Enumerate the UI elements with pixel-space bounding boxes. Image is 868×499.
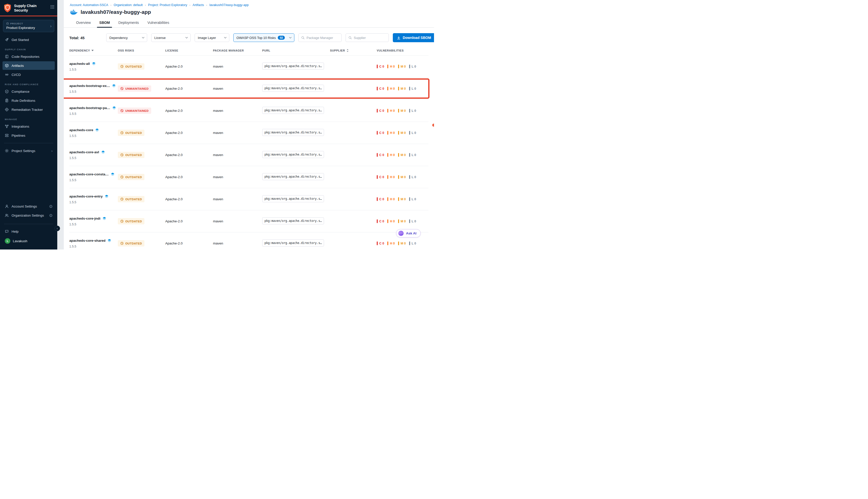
sidebar-item-cicd[interactable]: CI/CD: [2, 70, 55, 79]
table-row[interactable]: apacheds-core-avl 1.5.5 OUTDATED Apache-…: [69, 144, 429, 166]
purl-value[interactable]: pkg:maven/org.apache.directory.s…: [262, 217, 324, 224]
layers-icon: [101, 150, 105, 154]
vulnerability-segment-l: L 0: [409, 153, 416, 157]
table-row[interactable]: apacheds-core-entry 1.5.5 OUTDATED Apach…: [69, 188, 429, 210]
project-selector[interactable]: PROJECT Product Exploratory ›: [3, 20, 54, 32]
vulnerability-segment-c: C 0: [377, 87, 384, 90]
sidebar-item-pipelines[interactable]: Pipelines: [2, 131, 55, 140]
vulnerability-segment-c: C 0: [377, 64, 384, 68]
image-layer-filter-select[interactable]: Image Layer: [195, 34, 229, 42]
vulnerability-segment-l: L 0: [409, 175, 416, 179]
dependency-version: 1.5.5: [69, 200, 114, 204]
download-sbom-button[interactable]: Download SBOM: [393, 33, 434, 42]
info-icon: [49, 214, 52, 217]
vulnerability-segment-c: C 0: [377, 131, 384, 135]
tab-sbom[interactable]: SBOM: [95, 19, 114, 27]
oss-risk-badge: OUTDATED: [118, 130, 145, 136]
table-row[interactable]: apacheds-bootstrap-ex… 1.5.5 UNMAINTAINE…: [69, 77, 429, 99]
sidebar-section-manage: MANAGE: [5, 118, 52, 121]
table-row[interactable]: apacheds-all 1.5.5 OUTDATED Apache-2.0 m…: [69, 55, 429, 77]
vulnerability-segment-c: C 0: [377, 242, 384, 245]
sidebar-item-project-settings[interactable]: Project Settings ›: [2, 146, 55, 155]
vulnerability-segment-h: H 0: [387, 87, 395, 90]
breadcrumb-separator: ›: [189, 3, 190, 7]
column-header-license: LICENSE: [165, 49, 213, 52]
table-row[interactable]: apacheds-bootstrap-pa… 1.5.5 UNMAINTAINE…: [69, 99, 429, 122]
vulnerability-segment-l: L 0: [409, 197, 416, 201]
breadcrumb-current[interactable]: lavakush07/easy-buggy-app: [210, 3, 249, 7]
sidebar-item-account-settings[interactable]: Account Settings: [2, 202, 55, 210]
breadcrumb-artifacts[interactable]: Artifacts: [193, 3, 204, 7]
nav-gutter: [57, 0, 64, 250]
tab-overview[interactable]: Overview: [72, 19, 95, 27]
tab-vulnerabilities[interactable]: Vulnerabilities: [143, 19, 174, 27]
purl-value[interactable]: pkg:maven/org.apache.directory.s…: [262, 240, 324, 246]
layers-icon: [108, 239, 111, 242]
dependency-version: 1.5.5: [69, 134, 114, 138]
package-manager-value: maven: [213, 197, 262, 201]
dependency-filter-select[interactable]: Dependency: [106, 34, 147, 42]
table-row[interactable]: apacheds-core-jndi 1.5.5 OUTDATED Apache…: [69, 210, 429, 232]
package-manager-value: maven: [213, 153, 262, 157]
column-header-supplier[interactable]: SUPPLIER: [330, 49, 377, 52]
infinity-icon: [5, 73, 9, 77]
column-header-dependency[interactable]: DEPENDENCY: [69, 49, 118, 52]
purl-value[interactable]: pkg:maven/org.apache.directory.s…: [262, 173, 324, 180]
oss-risk-badge: UNMAINTAINED: [118, 108, 151, 114]
license-value: Apache-2.0: [165, 175, 213, 179]
dependency-name: apacheds-core-shared: [69, 239, 106, 242]
clock-icon: [120, 242, 124, 245]
license-value: Apache-2.0: [165, 153, 213, 157]
purl-value[interactable]: pkg:maven/org.apache.directory.s…: [262, 107, 324, 114]
module-grid-icon[interactable]: [50, 5, 54, 9]
sidebar-item-get-started[interactable]: Get Started: [2, 35, 55, 44]
sidebar-item-rule-definitions[interactable]: Rule Definitions: [2, 96, 55, 105]
package-manager-value: maven: [213, 131, 262, 135]
vulnerability-segment-m: M 0: [398, 219, 406, 223]
tab-deployments[interactable]: Deployments: [114, 19, 143, 27]
vulnerability-segment-h: H 0: [387, 153, 395, 157]
ask-ai-button[interactable]: Ask AI: [396, 229, 421, 238]
dependency-name: apacheds-core: [69, 128, 93, 132]
table-row[interactable]: apacheds-core 1.5.5 OUTDATED Apache-2.0 …: [69, 122, 429, 144]
user-menu[interactable]: L Lavakush: [2, 236, 55, 246]
owasp-risks-filter-select[interactable]: OWASP OSS Top 10 Risks 02: [233, 34, 294, 42]
sidebar-item-code-repositories[interactable]: Code Repositories: [2, 52, 55, 61]
breadcrumb-account[interactable]: Account: Automation-SSCA: [70, 3, 108, 7]
project-icon: [6, 22, 9, 25]
layers-icon: [112, 84, 116, 88]
sidebar-item-remediation-tracker[interactable]: Remediation Tracker: [2, 105, 55, 114]
breadcrumb-project[interactable]: Project: Product Exploratory: [148, 3, 187, 7]
sidebar-collapse-button[interactable]: ‹: [54, 226, 60, 231]
purl-value[interactable]: pkg:maven/org.apache.directory.s…: [262, 151, 324, 158]
page-header: Account: Automation-SSCA› Organization: …: [64, 0, 434, 28]
app-title: Supply Chain Security: [14, 3, 38, 13]
package-manager-input[interactable]: [307, 36, 339, 40]
breadcrumb-organization[interactable]: Organization: default: [114, 3, 142, 7]
download-icon: [397, 36, 400, 40]
purl-value[interactable]: pkg:maven/org.apache.directory.s…: [262, 129, 324, 136]
dependency-version: 1.5.5: [69, 179, 114, 182]
vulnerability-segment-h: H 0: [387, 242, 395, 245]
sidebar-item-help[interactable]: Help: [2, 227, 55, 236]
clock-icon: [120, 153, 124, 157]
column-header-purl: PURL: [262, 49, 330, 52]
toolbar: Total: 45 Dependency License Image Layer…: [69, 33, 429, 42]
sidebar-item-artifacts[interactable]: Artifacts: [2, 61, 55, 70]
layers-icon: [111, 172, 114, 176]
license-filter-select[interactable]: License: [151, 34, 191, 42]
purl-value[interactable]: pkg:maven/org.apache.directory.s…: [262, 63, 324, 70]
table-row[interactable]: apacheds-core-shared 1.5.5 OUTDATED Apac…: [69, 232, 429, 250]
table-row[interactable]: apacheds-core-consta… 1.5.5 OUTDATED Apa…: [69, 166, 429, 188]
oss-risk-badge: OUTDATED: [118, 63, 145, 70]
sidebar-item-compliance[interactable]: Compliance: [2, 87, 55, 96]
sidebar-item-integrations[interactable]: Integrations: [2, 122, 55, 131]
sidebar-item-organization-settings[interactable]: Organization Settings: [2, 211, 55, 220]
vulnerability-segment-m: M 0: [398, 109, 406, 112]
dependency-version: 1.5.5: [69, 68, 114, 71]
package-manager-value: maven: [213, 109, 262, 112]
supplier-input[interactable]: [354, 36, 386, 40]
sort-desc-icon: [91, 50, 94, 51]
purl-value[interactable]: pkg:maven/org.apache.directory.s…: [262, 85, 324, 92]
purl-value[interactable]: pkg:maven/org.apache.directory.s…: [262, 195, 324, 202]
